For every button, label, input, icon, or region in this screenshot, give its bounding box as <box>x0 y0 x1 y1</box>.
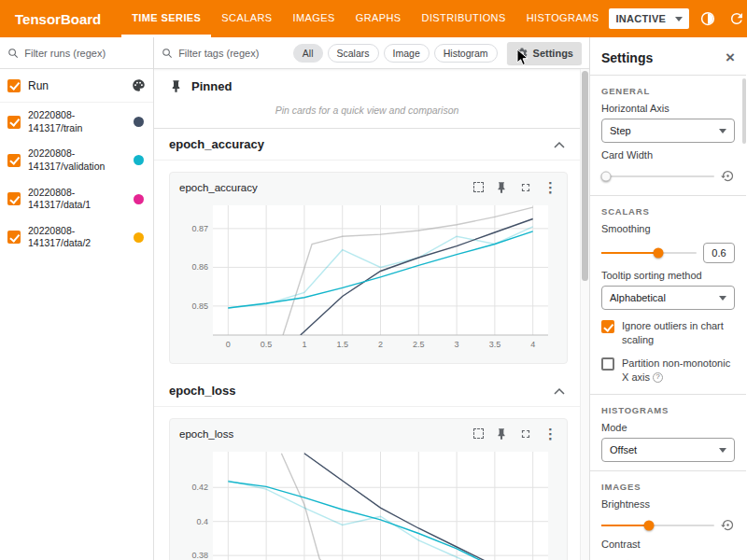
run-checkbox[interactable] <box>7 116 21 129</box>
tags-filter-input[interactable] <box>178 48 288 59</box>
svg-text:0.87: 0.87 <box>191 224 208 233</box>
tooltip-sorting-select[interactable]: Alphabetical <box>601 286 735 310</box>
tab-scalars[interactable]: SCALARS <box>211 0 282 37</box>
section-epoch-loss[interactable]: epoch_loss <box>154 375 580 407</box>
selection-box-icon[interactable] <box>473 182 484 192</box>
app-title: TensorBoard <box>15 11 101 27</box>
run-label: 20220808-141317/validation <box>28 147 126 173</box>
pin-icon[interactable] <box>495 181 508 194</box>
svg-text:0.42: 0.42 <box>191 483 208 492</box>
smoothing-label: Smoothing <box>601 223 735 234</box>
settings-button-label: Settings <box>533 48 573 59</box>
smoothing-value-input[interactable]: 0.6 <box>703 243 735 263</box>
tooltip-sorting-value: Alphabetical <box>610 292 666 303</box>
slider-thumb[interactable] <box>600 171 611 181</box>
fullscreen-icon[interactable] <box>519 181 532 194</box>
epoch-loss-card: epoch_loss ⋮ 00.511.522.533.540.360.380.… <box>169 418 568 560</box>
main-scrollbar[interactable] <box>580 69 589 560</box>
histogram-mode-select[interactable]: Offset <box>601 438 735 462</box>
tab-images[interactable]: IMAGES <box>282 0 345 37</box>
brightness-slider[interactable] <box>601 525 714 526</box>
pinned-title: Pinned <box>191 79 232 93</box>
runs-list-header: Run <box>0 69 153 103</box>
runs-filter <box>0 37 153 69</box>
contrast-label: Contrast <box>601 539 735 550</box>
settings-panel: Settings × GENERAL Horizontal Axis Step … <box>590 37 746 560</box>
more-options-icon[interactable]: ⋮ <box>543 180 557 194</box>
scalars-heading: SCALARS <box>601 206 735 217</box>
runs-sidebar: Run 20220808-141317/train 20220808-14131… <box>0 37 154 560</box>
scrollbar-thumb[interactable] <box>582 71 588 281</box>
svg-text:0.86: 0.86 <box>191 262 208 272</box>
topbar-actions: INACTIVE ? <box>609 8 747 29</box>
settings-images-section: IMAGES Brightness Contrast Show actual i… <box>590 470 746 560</box>
more-options-icon[interactable]: ⋮ <box>543 427 557 441</box>
help-icon[interactable]: ? <box>653 372 663 383</box>
svg-text:3.5: 3.5 <box>489 340 501 349</box>
settings-scalars-section: SCALARS Smoothing 0.6 Tooltip sorting me… <box>590 195 746 394</box>
section-epoch-accuracy[interactable]: epoch_accuracy <box>154 129 580 161</box>
chip-all[interactable]: All <box>293 44 323 63</box>
chevron-up-icon[interactable] <box>554 141 565 148</box>
tab-time-series[interactable]: TIME SERIES <box>121 0 211 37</box>
card-width-label: Card Width <box>601 149 735 161</box>
run-checkbox[interactable] <box>7 231 21 244</box>
pin-icon[interactable] <box>495 427 508 441</box>
horizontal-axis-label: Horizontal Axis <box>601 103 735 114</box>
run-color-dot <box>134 232 144 243</box>
horizontal-axis-select[interactable]: Step <box>601 119 735 143</box>
epoch-loss-chart: 00.511.522.533.540.360.380.40.42 <box>179 444 557 560</box>
tab-graphs[interactable]: GRAPHS <box>345 0 412 37</box>
tab-histograms[interactable]: HISTOGRAMS <box>516 0 610 37</box>
partition-x-axis-option[interactable]: Partition non-monotonic X axis? <box>601 357 735 385</box>
general-heading: GENERAL <box>601 86 735 96</box>
run-checkbox[interactable] <box>7 192 21 205</box>
settings-scrollbar-thumb[interactable] <box>742 78 746 144</box>
card-width-slider[interactable] <box>601 175 714 177</box>
gear-icon <box>515 47 529 60</box>
refresh-icon[interactable] <box>726 8 747 29</box>
chevron-up-icon[interactable] <box>554 387 565 395</box>
smoothing-slider[interactable] <box>601 252 697 254</box>
ignore-outliers-option[interactable]: Ignore outliers in chart scaling <box>601 319 735 347</box>
chip-scalars[interactable]: Scalars <box>328 44 379 63</box>
run-row-validation[interactable]: 20220808-141317/validation <box>0 141 153 179</box>
run-color-dot <box>134 155 144 165</box>
tab-distributions[interactable]: DISTRIBUTIONS <box>412 0 516 37</box>
slider-thumb[interactable] <box>654 248 664 259</box>
search-icon <box>7 47 19 60</box>
settings-button[interactable]: Settings <box>507 42 582 64</box>
run-checkbox[interactable] <box>7 154 21 167</box>
reload-status-select[interactable]: INACTIVE <box>609 8 689 29</box>
chip-image[interactable]: Image <box>384 44 430 63</box>
cards-area: Pinned Pin cards for a quick view and co… <box>154 69 589 560</box>
chevron-down-icon <box>719 448 726 453</box>
run-label: 20220808-141317/data/2 <box>28 225 126 250</box>
top-nav: TIME SERIES SCALARS IMAGES GRAPHS DISTRI… <box>121 0 609 37</box>
runs-filter-input[interactable] <box>24 48 146 59</box>
run-row-train[interactable]: 20220808-141317/train <box>0 103 153 141</box>
selection-box-icon[interactable] <box>473 428 484 439</box>
images-heading: IMAGES <box>601 482 735 492</box>
card-title: epoch_loss <box>179 428 233 440</box>
ignore-outliers-checkbox[interactable] <box>601 320 614 333</box>
settings-general-section: GENERAL Horizontal Axis Step Card Width <box>590 75 746 195</box>
select-all-runs-checkbox[interactable] <box>7 79 21 92</box>
run-row-data2[interactable]: 20220808-141317/data/2 <box>0 218 153 257</box>
horizontal-axis-value: Step <box>610 125 631 136</box>
svg-text:3: 3 <box>455 340 459 349</box>
svg-text:0: 0 <box>226 340 231 349</box>
run-color-dot <box>134 194 144 204</box>
slider-thumb[interactable] <box>643 520 654 530</box>
palette-icon[interactable] <box>132 78 146 92</box>
svg-text:2: 2 <box>378 340 383 349</box>
partition-x-axis-checkbox[interactable] <box>601 357 614 371</box>
run-row-data1[interactable]: 20220808-141317/data/1 <box>0 180 153 218</box>
chip-histogram[interactable]: Histogram <box>434 44 498 63</box>
theme-toggle-icon[interactable] <box>698 8 718 29</box>
fullscreen-icon[interactable] <box>519 427 532 441</box>
reset-icon[interactable] <box>721 518 735 532</box>
run-label: 20220808-141317/data/1 <box>28 187 126 212</box>
close-icon[interactable]: × <box>726 49 735 65</box>
reset-icon[interactable] <box>721 169 735 183</box>
